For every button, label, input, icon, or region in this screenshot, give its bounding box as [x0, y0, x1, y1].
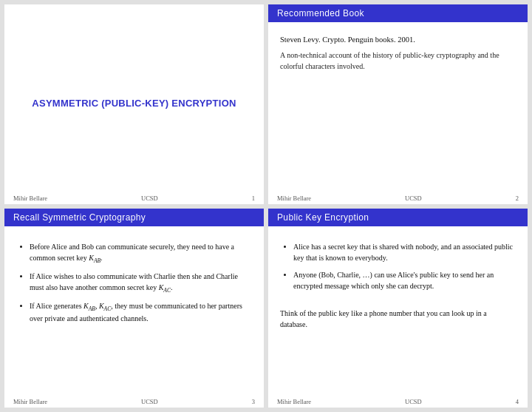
- slide-1-content: ASYMMETRIC (PUBLIC-KEY) ENCRYPTION: [4, 12, 264, 192]
- slide-3-bullets: Before Alice and Bob can communicate sec…: [16, 241, 252, 331]
- slide-4-extra: Think of the public key like a phone num…: [280, 308, 516, 330]
- slide-4-content: Alice has a secret key that is shared wi…: [268, 226, 528, 396]
- bullet-item: Alice has a secret key that is shared wi…: [293, 241, 516, 263]
- slide-4: Public Key Encryption Alice has a secret…: [268, 209, 528, 408]
- slide-3-footer-center: UCSD: [141, 398, 158, 405]
- slide-1-footer-right: 1: [252, 195, 255, 202]
- slide-2-footer: Mihir Bellare UCSD 2: [268, 192, 528, 204]
- slide-4-footer-left: Mihir Bellare: [277, 398, 311, 405]
- slide-2: Recommended Book Steven Levy. Crypto. Pe…: [268, 4, 528, 204]
- slide-3-footer-left: Mihir Bellare: [13, 398, 47, 405]
- bullet-item: Before Alice and Bob can communicate sec…: [30, 241, 252, 265]
- slide-1-footer-center: UCSD: [141, 195, 158, 202]
- slide-1-footer-left: Mihir Bellare: [13, 195, 47, 202]
- slide-3-footer: Mihir Bellare UCSD 3: [4, 396, 264, 408]
- slide-1-footer: Mihir Bellare UCSD 1: [4, 192, 264, 204]
- slide-4-footer-right: 4: [516, 398, 519, 405]
- bullet-item: If Alice wishes to also communicate with…: [30, 271, 252, 294]
- bullet-item: Anyone (Bob, Charlie, …) can use Alice's…: [293, 269, 516, 291]
- slide-3: Recall Symmetric Cryptography Before Ali…: [4, 209, 264, 408]
- slide-2-footer-left: Mihir Bellare: [277, 195, 311, 202]
- slide-1: ASYMMETRIC (PUBLIC-KEY) ENCRYPTION Mihir…: [4, 4, 264, 204]
- slide-3-footer-right: 3: [252, 398, 255, 405]
- slide-3-content: Before Alice and Bob can communicate sec…: [4, 226, 264, 396]
- slide-4-header: Public Key Encryption: [268, 209, 528, 226]
- book-citation: Steven Levy. Crypto. Penguin books. 2001…: [280, 36, 516, 44]
- slide-4-bullets: Alice has a secret key that is shared wi…: [280, 241, 516, 297]
- slide-2-footer-right: 2: [516, 195, 519, 202]
- slide-2-header: Recommended Book: [268, 4, 528, 22]
- slide-2-footer-center: UCSD: [405, 195, 422, 202]
- book-description: A non-technical account of the history o…: [280, 50, 516, 72]
- slide-1-title: ASYMMETRIC (PUBLIC-KEY) ENCRYPTION: [32, 98, 236, 109]
- bullet-item: If Alice generates KAB, KAC, they must b…: [30, 300, 252, 324]
- slide-2-content: Steven Levy. Crypto. Penguin books. 2001…: [268, 22, 528, 192]
- slide-4-footer: Mihir Bellare UCSD 4: [268, 396, 528, 408]
- slide-4-footer-center: UCSD: [405, 398, 422, 405]
- slide-3-header: Recall Symmetric Cryptography: [4, 209, 264, 226]
